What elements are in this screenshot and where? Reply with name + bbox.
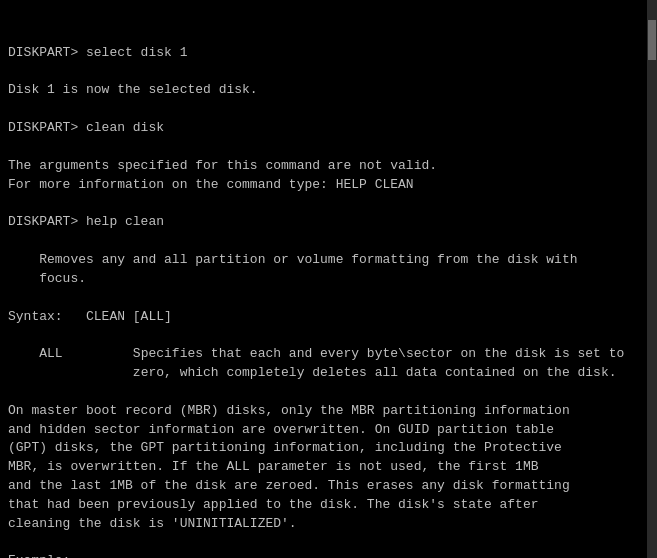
terminal-content: DISKPART> select disk 1 Disk 1 is now th… <box>4 4 653 558</box>
terminal-line <box>8 289 649 308</box>
terminal-line: zero, which completely deletes all data … <box>8 364 649 383</box>
scrollbar[interactable] <box>647 0 657 558</box>
terminal-line: Example: <box>8 552 649 558</box>
terminal-window[interactable]: DISKPART> select disk 1 Disk 1 is now th… <box>0 0 657 558</box>
terminal-line <box>8 63 649 82</box>
terminal-line: MBR, is overwritten. If the ALL paramete… <box>8 458 649 477</box>
terminal-line <box>8 100 649 119</box>
terminal-line: that had been previously applied to the … <box>8 496 649 515</box>
terminal-line: and the last 1MB of the disk are zeroed.… <box>8 477 649 496</box>
terminal-line: DISKPART> select disk 1 <box>8 44 649 63</box>
terminal-line: DISKPART> clean disk <box>8 119 649 138</box>
terminal-line: For more information on the command type… <box>8 176 649 195</box>
scrollbar-thumb[interactable] <box>648 20 656 60</box>
terminal-line <box>8 383 649 402</box>
terminal-line: (GPT) disks, the GPT partitioning inform… <box>8 439 649 458</box>
terminal-line <box>8 194 649 213</box>
terminal-line <box>8 326 649 345</box>
terminal-line: On master boot record (MBR) disks, only … <box>8 402 649 421</box>
terminal-line: ALL Specifies that each and every byte\s… <box>8 345 649 364</box>
terminal-line <box>8 138 649 157</box>
terminal-line: DISKPART> help clean <box>8 213 649 232</box>
terminal-line <box>8 232 649 251</box>
terminal-line: cleaning the disk is 'UNINITIALIZED'. <box>8 515 649 534</box>
terminal-line: and hidden sector information are overwr… <box>8 421 649 440</box>
terminal-line: The arguments specified for this command… <box>8 157 649 176</box>
terminal-line: Disk 1 is now the selected disk. <box>8 81 649 100</box>
terminal-line: Removes any and all partition or volume … <box>8 251 649 270</box>
terminal-line: focus. <box>8 270 649 289</box>
terminal-line <box>8 534 649 553</box>
terminal-line: Syntax: CLEAN [ALL] <box>8 308 649 327</box>
